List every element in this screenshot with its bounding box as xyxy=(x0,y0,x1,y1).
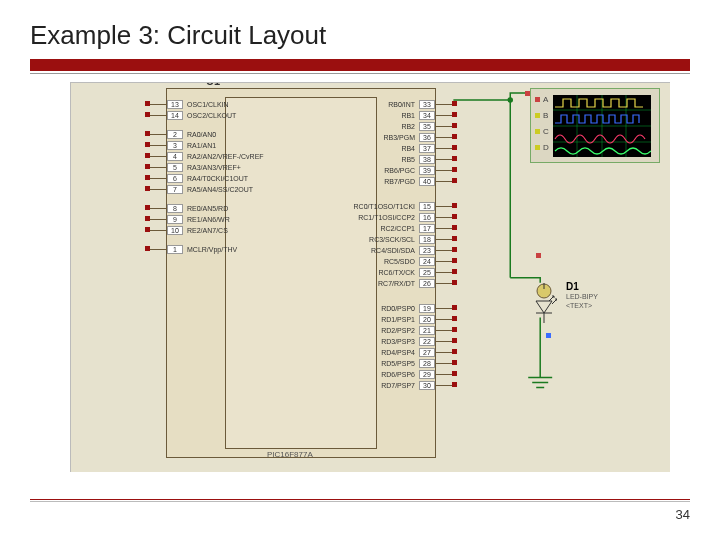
scope-ch-d-label: D xyxy=(543,143,549,152)
led-type: LED-BIPY xyxy=(566,293,598,300)
scope-probe-b[interactable] xyxy=(535,113,540,118)
chip-pin[interactable]: 7RA5/AN4/SS/C2OUT xyxy=(167,184,253,195)
chip-pin[interactable]: 30RD7/PSP7 xyxy=(381,380,435,391)
chip-pin[interactable]: 25RC6/TX/CK xyxy=(378,267,435,278)
chip-pin[interactable]: 5RA3/AN3/VREF+ xyxy=(167,162,241,173)
led-component[interactable] xyxy=(531,283,557,327)
chip-pin[interactable]: 22RD3/PSP3 xyxy=(381,336,435,347)
chip-pin[interactable]: 28RD5/PSP5 xyxy=(381,358,435,369)
chip-pin[interactable]: 35RB2 xyxy=(401,121,435,132)
scope-ch-a-label: A xyxy=(543,95,548,104)
led-ref: D1 xyxy=(566,281,579,292)
scope-ch-c-label: C xyxy=(543,127,549,136)
scope-ch-b-label: B xyxy=(543,111,548,120)
chip-ref: U1 xyxy=(206,82,220,87)
led-value: <TEXT> xyxy=(566,302,592,309)
chip-pin[interactable]: 9RE1/AN6/WR xyxy=(167,214,230,225)
scope-probe-d[interactable] xyxy=(535,145,540,150)
chip-pin[interactable]: 21RD2/PSP2 xyxy=(381,325,435,336)
slide-title: Example 3: Circuit Layout xyxy=(30,20,690,51)
chip-model: PIC16F877A xyxy=(267,450,313,459)
chip-pin[interactable]: 34RB1 xyxy=(401,110,435,121)
chip-pin[interactable]: 23RC4/SDI/SDA xyxy=(371,245,435,256)
probe-dot xyxy=(536,253,541,258)
chip-pin[interactable]: 39RB6/PGC xyxy=(384,165,435,176)
schematic-canvas[interactable]: U1 13OSC1/CLKIN 14OSC2/CLKOUT 2RA0/AN0 3… xyxy=(70,82,670,472)
scope-probe-a[interactable] xyxy=(535,97,540,102)
svg-point-0 xyxy=(508,98,512,102)
chip-pin[interactable]: 24RC5/SDO xyxy=(384,256,435,267)
chip-pin[interactable]: 18RC3/SCK/SCL xyxy=(369,234,435,245)
chip-pin[interactable]: 33RB0/INT xyxy=(388,99,435,110)
chip-pin[interactable]: 20RD1/PSP1 xyxy=(381,314,435,325)
footer-thin-line xyxy=(30,501,690,502)
probe-dot xyxy=(525,91,530,96)
chip-pin[interactable]: 1MCLR/Vpp/THV xyxy=(167,244,237,255)
chip-pin[interactable]: 19RD0/PSP0 xyxy=(381,303,435,314)
scope-probe-c[interactable] xyxy=(535,129,540,134)
chip-pin[interactable]: 36RB3/PGM xyxy=(383,132,435,143)
ic-chip[interactable]: 13OSC1/CLKIN 14OSC2/CLKOUT 2RA0/AN0 3RA1… xyxy=(166,88,436,458)
chip-pin[interactable]: 10RE2/AN7/CS xyxy=(167,225,228,236)
title-accent-bar xyxy=(30,59,690,71)
title-underline xyxy=(30,73,690,74)
chip-pin[interactable]: 2RA0/AN0 xyxy=(167,129,216,140)
chip-pin[interactable]: 15RC0/T1OSO/T1CKI xyxy=(354,201,435,212)
chip-pin[interactable]: 13OSC1/CLKIN xyxy=(167,99,229,110)
probe-dot xyxy=(546,333,551,338)
chip-pin[interactable]: 4RA2/AN2/VREF-/CvREF xyxy=(167,151,264,162)
chip-pin[interactable]: 37RB4 xyxy=(401,143,435,154)
chip-pin[interactable]: 26RC7/RX/DT xyxy=(378,278,435,289)
chip-body xyxy=(225,97,377,449)
scope-screen xyxy=(553,95,651,157)
oscilloscope[interactable]: A B C D xyxy=(530,88,660,163)
chip-pin[interactable]: 40RB7/PGD xyxy=(384,176,435,187)
chip-pin[interactable]: 17RC2/CCP1 xyxy=(380,223,435,234)
chip-pin[interactable]: 29RD6/PSP6 xyxy=(381,369,435,380)
chip-pin[interactable]: 3RA1/AN1 xyxy=(167,140,216,151)
chip-pin[interactable]: 16RC1/T1OSI/CCP2 xyxy=(358,212,435,223)
page-number: 34 xyxy=(676,507,690,522)
chip-pin[interactable]: 38RB5 xyxy=(401,154,435,165)
chip-pin[interactable]: 6RA4/T0CKI/C1OUT xyxy=(167,173,248,184)
chip-pin[interactable]: 8RE0/AN5/RD xyxy=(167,203,228,214)
footer-accent-line xyxy=(30,499,690,500)
chip-pin[interactable]: 27RD4/PSP4 xyxy=(381,347,435,358)
chip-pin[interactable]: 14OSC2/CLKOUT xyxy=(167,110,236,121)
